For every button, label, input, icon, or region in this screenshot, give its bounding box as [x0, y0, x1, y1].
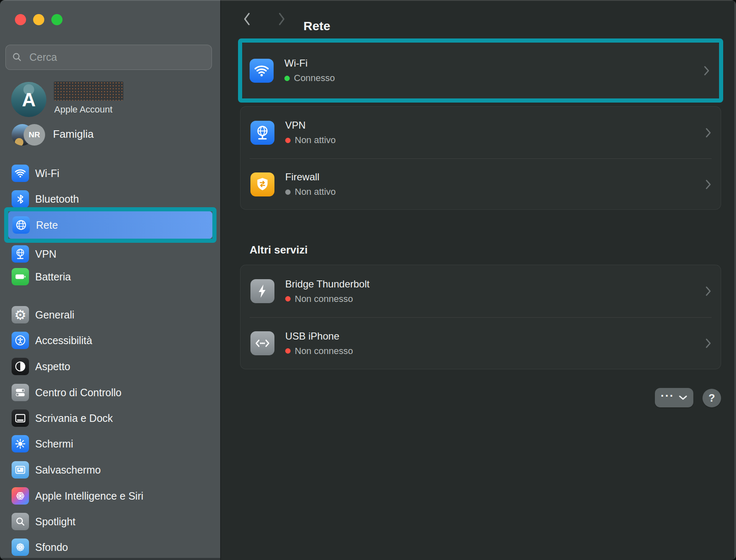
status-dot-red — [285, 138, 291, 143]
search-input[interactable] — [29, 51, 206, 64]
row-status: Non attivo — [285, 135, 336, 146]
sidebar-item-label: Schermi — [35, 438, 73, 450]
back-button[interactable] — [239, 11, 255, 27]
sidebar-item-batteria[interactable]: Batteria — [9, 264, 211, 290]
ai-flower-icon — [12, 487, 29, 505]
screensaver-icon — [12, 461, 29, 479]
bridge-thunderbolt-row[interactable]: Bridge Thunderbolt Non connesso — [241, 265, 721, 317]
sidebar-item-label: Spotlight — [35, 516, 75, 528]
chevron-right-icon — [705, 286, 712, 297]
row-title: Bridge Thunderbolt — [285, 278, 370, 290]
gear-icon: ⚙ — [12, 306, 29, 323]
chevron-right-icon — [705, 338, 712, 349]
sidebar-item-rete-selected[interactable]: Rete — [8, 211, 212, 239]
sidebar-item-generali[interactable]: ⚙ Generali — [9, 302, 211, 328]
status-dot-green — [284, 76, 290, 81]
sidebar-item-accessibilita[interactable]: Accessibilità — [9, 328, 211, 353]
bluetooth-icon — [12, 190, 29, 208]
accessibility-icon — [12, 332, 29, 349]
annotation-box-wifi: Wi-Fi Connesso — [238, 38, 723, 103]
main-panel: Rete Wi-Fi Connesso — [221, 0, 736, 560]
avatar: A — [11, 82, 46, 117]
page-title: Rete — [303, 19, 330, 33]
usb-iphone-row[interactable]: USB iPhone Non connesso — [241, 317, 721, 369]
sidebar-item-label: Wi-Fi — [35, 168, 59, 179]
sidebar-item-label: Centro di Controllo — [35, 387, 121, 399]
row-status: Connesso — [284, 73, 335, 84]
window-top-edge — [0, 0, 736, 1]
usb-iphone-icon — [250, 331, 274, 355]
magnifier-icon — [12, 513, 29, 530]
chevron-right-icon — [705, 127, 712, 138]
more-options-button[interactable]: ··· — [655, 388, 693, 407]
sidebar-item-schermi[interactable]: Schermi — [9, 431, 211, 457]
minimize-button[interactable] — [33, 14, 44, 25]
contrast-icon — [12, 358, 29, 375]
sidebar-item-spotlight[interactable]: Spotlight — [9, 509, 211, 534]
zoom-button[interactable] — [51, 14, 63, 25]
row-status: Non attivo — [285, 187, 336, 197]
sidebar: A Apple Account NR Famiglia Wi-Fi — [0, 0, 221, 560]
row-status: Non connesso — [285, 294, 370, 304]
sidebar-item-wifi[interactable]: Wi-Fi — [9, 160, 211, 186]
help-button[interactable]: ? — [702, 389, 721, 407]
row-title: VPN — [285, 120, 336, 131]
close-button[interactable] — [15, 14, 26, 25]
battery-icon — [12, 268, 29, 285]
section-heading: Altri servizi — [250, 244, 308, 256]
sidebar-item-scrivania-e-dock[interactable]: Scrivania e Dock — [9, 405, 211, 431]
system-settings-window: A Apple Account NR Famiglia Wi-Fi — [0, 0, 736, 560]
flower-icon — [12, 538, 29, 556]
vpn-globe-icon — [12, 245, 29, 263]
row-title: Firewall — [285, 171, 336, 183]
chevron-right-icon — [277, 12, 286, 26]
sidebar-item-vpn[interactable]: VPN — [9, 241, 211, 267]
status-dot-gray — [285, 189, 291, 195]
family-avatar-badge: NR — [24, 124, 45, 146]
row-status: Non connesso — [285, 346, 353, 357]
sidebar-item-label: Bluetooth — [35, 193, 79, 205]
firewall-row[interactable]: Firewall Non attivo — [241, 158, 721, 210]
sidebar-item-label: Apple Intelligence e Siri — [35, 490, 143, 502]
vpn-globe-icon — [250, 121, 274, 145]
thunderbolt-icon — [250, 279, 274, 303]
firewall-shield-icon — [250, 172, 274, 196]
wifi-row[interactable]: Wi-Fi Connesso — [242, 43, 719, 98]
apple-account-label: Apple Account — [54, 104, 113, 115]
sidebar-item-apple-account[interactable]: A Apple Account — [0, 79, 220, 120]
sidebar-item-label: VPN — [35, 248, 56, 260]
toggles-icon — [12, 384, 29, 401]
status-dot-red — [285, 296, 291, 302]
annotation-box-rete: Rete — [4, 207, 216, 243]
vpn-row[interactable]: VPN Non attivo — [241, 107, 721, 158]
sidebar-item-label: Rete — [36, 219, 58, 231]
sidebar-item-label: Aspetto — [35, 361, 70, 373]
sidebar-item-sfondo[interactable]: Sfondo — [9, 534, 211, 560]
sidebar-item-famiglia[interactable]: NR Famiglia — [0, 122, 220, 147]
sidebar-item-aspetto[interactable]: Aspetto — [9, 354, 211, 379]
sidebar-item-label: Accessibilità — [35, 335, 92, 347]
wifi-icon — [12, 165, 29, 182]
forward-button[interactable] — [273, 11, 290, 27]
ellipsis-icon: ··· — [661, 390, 674, 402]
sidebar-item-label: Sfondo — [35, 541, 68, 553]
status-dot-red — [285, 348, 291, 354]
chevron-right-icon — [705, 179, 712, 190]
window-controls — [15, 14, 63, 25]
sidebar-item-centro-di-controllo[interactable]: Centro di Controllo — [9, 380, 211, 405]
chevron-right-icon — [703, 65, 710, 76]
sun-icon — [12, 435, 29, 452]
globe-icon — [12, 216, 30, 234]
sidebar-item-apple-intelligence-e-siri[interactable]: Apple Intelligence e Siri — [9, 483, 211, 509]
chevron-left-icon — [243, 12, 252, 26]
family-label: Famiglia — [53, 128, 94, 141]
row-title: USB iPhone — [285, 330, 353, 342]
sidebar-item-salvaschermo[interactable]: Salvaschermo — [9, 457, 211, 483]
sidebar-item-label: Batteria — [35, 271, 71, 283]
other-services-card: Bridge Thunderbolt Non connesso — [240, 265, 721, 369]
row-title: Wi-Fi — [284, 57, 335, 69]
desktop-dock-icon — [12, 409, 29, 427]
search-field[interactable] — [5, 45, 212, 70]
network-card: VPN Non attivo F — [240, 106, 721, 210]
sidebar-item-label: Scrivania e Dock — [35, 412, 113, 424]
